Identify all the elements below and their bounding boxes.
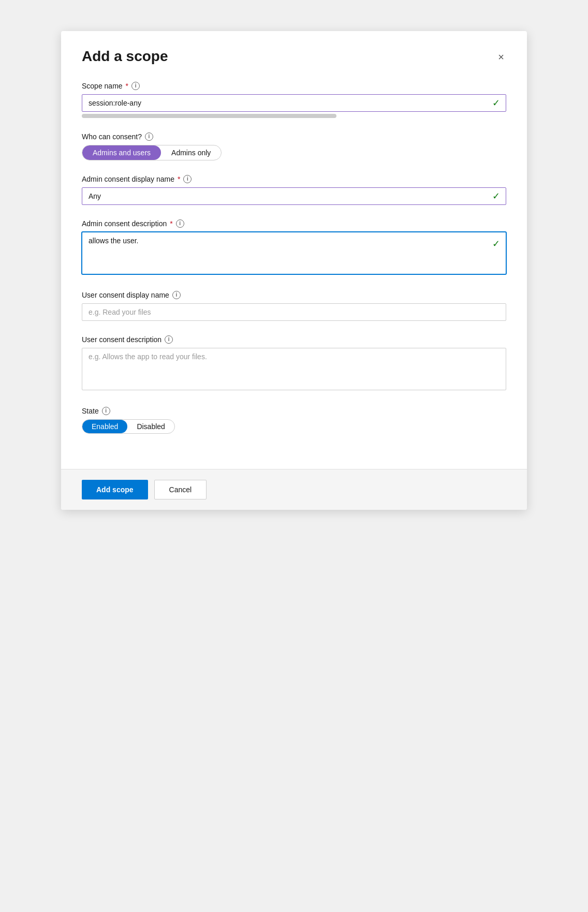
state-enabled-button[interactable]: Enabled <box>82 420 127 433</box>
scope-name-label: Scope name * i <box>82 82 506 90</box>
admin-consent-description-info-icon[interactable]: i <box>176 219 184 228</box>
user-consent-display-name-group: User consent display name i <box>82 291 506 321</box>
dialog-footer: Add scope Cancel <box>61 469 527 510</box>
user-consent-description-textarea[interactable] <box>82 348 506 390</box>
scope-name-scrollbar[interactable] <box>82 114 336 118</box>
user-consent-description-textarea-wrapper <box>82 348 506 392</box>
admin-consent-display-name-info-icon[interactable]: i <box>183 175 192 183</box>
state-disabled-button[interactable]: Disabled <box>127 420 174 433</box>
required-indicator-2: * <box>178 175 180 183</box>
close-button[interactable]: × <box>496 50 506 64</box>
state-toggle: Enabled Disabled <box>82 419 175 434</box>
dialog-header: Add a scope × <box>82 48 506 65</box>
state-label: State i <box>82 407 506 415</box>
admins-only-button[interactable]: Admins only <box>161 145 221 160</box>
user-consent-description-label: User consent description i <box>82 335 506 344</box>
admin-consent-description-textarea[interactable]: allows the user. <box>82 232 506 274</box>
scope-name-check-icon: ✓ <box>492 97 500 109</box>
user-consent-display-name-input-wrapper <box>82 303 506 321</box>
scope-name-input[interactable] <box>82 94 506 112</box>
admin-consent-display-name-check-icon: ✓ <box>492 190 500 202</box>
user-consent-display-name-label: User consent display name i <box>82 291 506 299</box>
who-can-consent-label: Who can consent? i <box>82 133 506 141</box>
who-can-consent-group: Who can consent? i Admins and users Admi… <box>82 133 506 160</box>
admin-consent-display-name-input[interactable] <box>82 187 506 205</box>
user-consent-display-name-input[interactable] <box>82 303 506 321</box>
scope-name-info-icon[interactable]: i <box>131 82 140 90</box>
user-consent-description-group: User consent description i <box>82 335 506 392</box>
state-info-icon[interactable]: i <box>102 407 110 415</box>
dialog-title: Add a scope <box>82 48 168 65</box>
admins-and-users-button[interactable]: Admins and users <box>82 145 161 160</box>
user-consent-display-name-info-icon[interactable]: i <box>172 291 181 299</box>
admin-consent-description-textarea-wrapper: allows the user. ✓ <box>82 232 506 276</box>
required-indicator: * <box>126 82 128 90</box>
admin-consent-description-label: Admin consent description * i <box>82 219 506 228</box>
scope-name-input-wrapper: ✓ <box>82 94 506 112</box>
scope-name-group: Scope name * i ✓ <box>82 82 506 118</box>
admin-consent-description-group: Admin consent description * i allows the… <box>82 219 506 276</box>
cancel-button[interactable]: Cancel <box>154 480 207 499</box>
admin-consent-display-name-label: Admin consent display name * i <box>82 175 506 183</box>
required-indicator-3: * <box>170 219 172 228</box>
who-can-consent-info-icon[interactable]: i <box>145 133 153 141</box>
state-group: State i Enabled Disabled <box>82 407 506 434</box>
admin-consent-display-name-group: Admin consent display name * i ✓ <box>82 175 506 205</box>
admin-consent-display-name-input-wrapper: ✓ <box>82 187 506 205</box>
admin-consent-description-check-icon: ✓ <box>492 238 500 249</box>
user-consent-description-info-icon[interactable]: i <box>165 335 173 344</box>
add-scope-button[interactable]: Add scope <box>82 480 148 499</box>
who-can-consent-toggle: Admins and users Admins only <box>82 145 222 160</box>
